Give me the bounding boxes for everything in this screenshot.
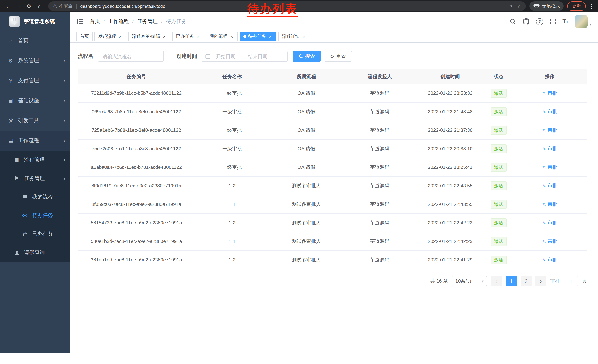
tab-home[interactable]: 首页 [76, 32, 93, 41]
sidebar-item-workflow[interactable]: ▤ 工作流程 ▴ [0, 131, 70, 151]
tab-todo-task[interactable]: 待办任务 × [240, 32, 276, 41]
breadcrumb-item-task-management[interactable]: 任务管理 [137, 18, 158, 25]
chevron-down-icon: ▾ [482, 279, 483, 283]
app-title: 芋道管理系统 [24, 18, 55, 25]
sidebar-item-todo-task[interactable]: 待办任务 [0, 206, 70, 225]
close-icon[interactable]: × [196, 34, 200, 39]
search-icon[interactable] [510, 18, 516, 25]
breadcrumb-item-workflow[interactable]: 工作流程 [108, 18, 129, 25]
process-cell: 测试多审批人 [269, 251, 343, 269]
eye-icon [22, 213, 28, 218]
calendar-icon [205, 54, 210, 59]
breadcrumb-separator: / [161, 18, 163, 24]
status-badge: 激活 [490, 126, 507, 135]
approve-button[interactable]: ✎审批 [542, 201, 557, 208]
sidebar-item-my-process[interactable]: 我的流程 [0, 188, 70, 206]
page-size-value: 10条/页 [455, 278, 472, 284]
font-size-icon[interactable]: TT [562, 18, 568, 25]
tab-done-task[interactable]: 已办任务 × [172, 32, 204, 41]
fullscreen-icon[interactable] [550, 18, 556, 24]
security-label[interactable]: 不安全 [59, 3, 72, 9]
close-icon[interactable]: × [229, 34, 234, 39]
status-badge: 激活 [490, 218, 507, 227]
process-name-input[interactable] [98, 51, 164, 62]
back-icon[interactable]: ← [4, 1, 13, 11]
reset-button[interactable]: ⟳ 重置 [324, 51, 352, 62]
close-icon[interactable]: × [118, 34, 123, 39]
approve-button[interactable]: ✎审批 [542, 164, 557, 170]
browser-menu-icon[interactable]: ⋮ [589, 3, 594, 9]
bookmark-star-icon[interactable]: ☆ [517, 3, 521, 9]
help-icon[interactable]: ? [536, 18, 543, 25]
prev-page-button[interactable]: ‹ [491, 276, 502, 286]
logo-area[interactable]: 芋道管理系统 [0, 12, 70, 31]
home-icon[interactable]: ⌂ [35, 1, 44, 11]
sidebar-item-label: 我的流程 [32, 194, 65, 200]
sidebar-item-process-management[interactable]: ≣ 流程管理 ▾ [0, 151, 70, 169]
sidebar-toggle-icon[interactable] [77, 18, 84, 24]
forward-icon[interactable]: → [14, 1, 24, 11]
close-icon[interactable]: × [268, 34, 273, 39]
sidebar-item-leave-query[interactable]: 请假查询 [0, 243, 70, 262]
filter-bar: 流程名 创建时间 - [78, 51, 587, 62]
tab-my-process[interactable]: 我的流程 × [206, 32, 238, 41]
breadcrumb-item-home[interactable]: 首页 [90, 18, 100, 25]
tab-label: 我的流程 [210, 33, 227, 40]
page-size-select[interactable]: 10条/页 ▾ [452, 276, 487, 286]
url-text[interactable]: dashboard.yudao.iocoder.cn/bpm/task/todo [80, 4, 165, 9]
update-button[interactable]: 更新 [567, 1, 586, 11]
task-name-cell: 1.2 [195, 251, 269, 269]
user-menu[interactable]: ▾ [575, 15, 591, 28]
create-time-cell: 2022-01-21 22:42:23 [416, 213, 485, 232]
address-bar[interactable]: ⚠ 不安全 dashboard.yudao.iocoder.cn/bpm/tas… [48, 1, 526, 11]
approve-button[interactable]: ✎审批 [542, 219, 557, 226]
sidebar-item-system[interactable]: ⚙ 系统管理 ▾ [0, 51, 70, 71]
process-cell: 测试多审批人 [269, 213, 343, 232]
approve-button[interactable]: ✎审批 [542, 182, 557, 189]
page-button-2[interactable]: 2 [521, 276, 532, 286]
approve-button[interactable]: ✎审批 [542, 127, 557, 133]
github-icon[interactable] [523, 18, 530, 25]
sidebar-item-payment[interactable]: ¥ 支付管理 ▾ [0, 71, 70, 91]
task-name-cell: 一级审批 [195, 84, 269, 102]
approve-button[interactable]: ✎审批 [542, 256, 557, 263]
sidebar-item-done-task[interactable]: ⇄ 已办任务 [0, 225, 70, 243]
tab-start-process[interactable]: 发起流程 × [94, 32, 126, 41]
sidebar-item-dev-tools[interactable]: ⚒ 研发工具 ▾ [0, 111, 70, 131]
tab-process-detail[interactable]: 流程详情 × [278, 32, 310, 41]
status-cell: 激活 [485, 121, 513, 139]
search-button[interactable]: 搜索 [293, 51, 321, 62]
approve-label: 审批 [548, 164, 557, 170]
todo-task-table: 任务编号 任务名称 所属流程 流程发起人 创建时间 状态 操作 73211d9d… [78, 69, 587, 269]
sidebar-item-home[interactable]: ◔ 首页 [0, 31, 70, 51]
edit-icon: ✎ [542, 239, 546, 244]
date-range-picker[interactable]: - [201, 51, 288, 62]
approve-button[interactable]: ✎审批 [542, 238, 557, 245]
process-cell: OA 请假 [269, 158, 343, 177]
approve-button[interactable]: ✎审批 [542, 90, 557, 97]
goto-page-input[interactable] [564, 276, 578, 286]
next-page-button[interactable]: › [535, 276, 547, 286]
page-button-1[interactable]: 1 [506, 276, 517, 286]
refresh-icon[interactable]: ⟳ [25, 1, 34, 11]
main-area: 首页 / 工作流程 / 任务管理 / 待办任务 ? [70, 12, 598, 364]
sidebar-item-infrastructure[interactable]: ▣ 基础设施 ▾ [0, 91, 70, 111]
status-badge: 激活 [490, 200, 507, 209]
tab-process-form-edit[interactable]: 流程表单-编辑 × [128, 32, 170, 41]
close-icon[interactable]: × [302, 34, 307, 39]
end-date-input[interactable] [244, 53, 272, 59]
tab-label: 流程表单-编辑 [132, 33, 160, 40]
status-cell: 激活 [485, 177, 513, 195]
key-icon[interactable] [509, 3, 515, 9]
column-header-initiator: 流程发起人 [343, 69, 416, 84]
start-date-input[interactable] [212, 53, 240, 59]
process-cell: OA 请假 [269, 139, 343, 158]
avatar[interactable] [575, 15, 588, 28]
sidebar-item-task-management[interactable]: ⚑ 任务管理 ▴ [0, 169, 70, 188]
actions-cell: ✎审批 [513, 121, 587, 139]
warning-icon: ⚠ [53, 3, 57, 9]
approve-button[interactable]: ✎审批 [542, 145, 557, 152]
approve-button[interactable]: ✎审批 [542, 108, 557, 115]
close-icon[interactable]: × [162, 34, 167, 39]
approve-label: 审批 [548, 90, 557, 97]
